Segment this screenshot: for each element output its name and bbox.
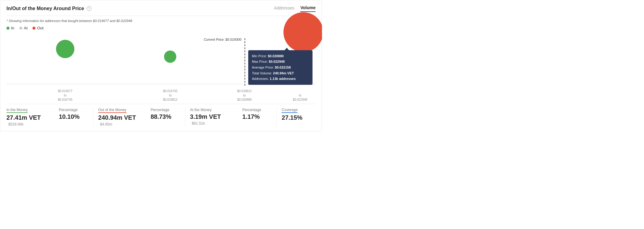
stat-pct3-label: Percentage xyxy=(242,108,266,112)
stat-at-the-money: At the Money 3.19m VET $61.51k xyxy=(190,108,242,126)
stat-pct2-value: 88.73% xyxy=(151,113,174,120)
stat-in-sub: $529.06k xyxy=(8,122,23,126)
tooltip-total-volume: Total Volume: 240.94m VET xyxy=(252,70,309,76)
stat-at-value: 3.19m VET xyxy=(190,113,221,120)
bubble-green-1[interactable] xyxy=(56,40,74,58)
legend-out-label: Out xyxy=(37,26,43,30)
legend-at-dot xyxy=(19,27,22,30)
stat-pct3-value: 1.17% xyxy=(242,113,266,120)
stat-coverage: Coverage 27.15% xyxy=(282,108,316,121)
tooltip-min-price: Min Price: $0.020880 xyxy=(252,53,309,59)
subtitle: * Showing information for addresses that… xyxy=(6,19,316,23)
tab-addresses[interactable]: Addresses xyxy=(274,6,294,12)
stat-pct-1: Percentage 10.10% xyxy=(59,108,88,120)
page-title: In/Out of the Money Around Price xyxy=(6,6,84,11)
stat-out-the-money: Out of the Money 240.94m VET $4.65m xyxy=(98,108,151,127)
stat-pct-3: Percentage 1.17% xyxy=(242,108,272,120)
legend-in-label: In xyxy=(11,26,14,30)
tooltip-max-price: Max Price: $0.022948 xyxy=(252,59,309,65)
tooltip-arrow xyxy=(285,48,289,50)
legend-at-label: At xyxy=(24,26,28,30)
legend-in-dot xyxy=(6,27,9,30)
main-container: In/Out of the Money Around Price ? Addre… xyxy=(0,0,322,131)
help-icon[interactable]: ? xyxy=(87,6,92,11)
range-label-2: $0.016745to$0.018812 xyxy=(163,89,178,102)
stat-pct1-label: Percentage xyxy=(59,108,82,112)
range-label-1: $0.014677to$0.016745 xyxy=(58,89,72,102)
stat-in-value: 27.41m VET xyxy=(6,114,41,121)
stat-in-label: In the Money xyxy=(6,108,53,113)
price-label: Current Price: $0.019300 xyxy=(204,38,242,41)
stat-at-label: At the Money xyxy=(190,108,236,112)
price-line: Current Price: $0.019300 xyxy=(245,38,245,86)
bubble-red-1[interactable] xyxy=(283,12,322,52)
divider-2 xyxy=(185,108,185,127)
divider-1 xyxy=(93,108,93,127)
legend-out-dot xyxy=(32,27,36,30)
stat-out-value-row: 240.94m VET $4.65m xyxy=(98,114,144,127)
title-area: In/Out of the Money Around Price ? xyxy=(6,6,92,11)
stat-in-value-row: 27.41m VET $529.06k xyxy=(6,114,53,127)
stat-at-value-row: 3.19m VET $61.51k xyxy=(190,113,236,126)
legend-in: In xyxy=(6,26,14,30)
tooltip-addresses: Addresses: 1.13k addresses xyxy=(252,76,309,82)
tooltip: Min Price: $0.020880 Max Price: $0.02294… xyxy=(248,50,313,85)
range-label-4: to$0.022948 xyxy=(293,93,307,102)
stat-at-sub: $61.51k xyxy=(192,121,205,126)
stat-out-value: 240.94m VET xyxy=(98,114,136,121)
chart-area: Current Price: $0.019300 $0.014677to$0.0… xyxy=(6,35,316,103)
legend: In At Out xyxy=(6,26,316,30)
range-label-3: $0.018812to$0.020880 xyxy=(237,89,252,102)
bubble-green-2[interactable] xyxy=(164,51,176,63)
header: In/Out of the Money Around Price ? Addre… xyxy=(6,5,316,16)
stat-pct1-value: 10.10% xyxy=(59,113,82,120)
tab-volume[interactable]: Volume xyxy=(300,5,316,12)
divider-3 xyxy=(276,108,277,127)
stat-pct-2: Percentage 88.73% xyxy=(151,108,180,120)
stat-pct2-label: Percentage xyxy=(151,108,174,112)
legend-at: At xyxy=(19,26,28,30)
legend-out: Out xyxy=(32,26,43,30)
stat-in-the-money: In the Money 27.41m VET $529.06k xyxy=(6,108,59,127)
stat-coverage-label: Coverage xyxy=(282,108,309,113)
stat-out-sub: $4.65m xyxy=(100,122,112,126)
tooltip-avg-price: Average Price: $0.022158 xyxy=(252,65,309,70)
stats-footer: In the Money 27.41m VET $529.06k Percent… xyxy=(6,104,316,131)
stat-coverage-value: 27.15% xyxy=(282,114,309,121)
stat-out-label: Out of the Money xyxy=(98,108,144,113)
header-tabs: Addresses Volume xyxy=(274,5,316,12)
